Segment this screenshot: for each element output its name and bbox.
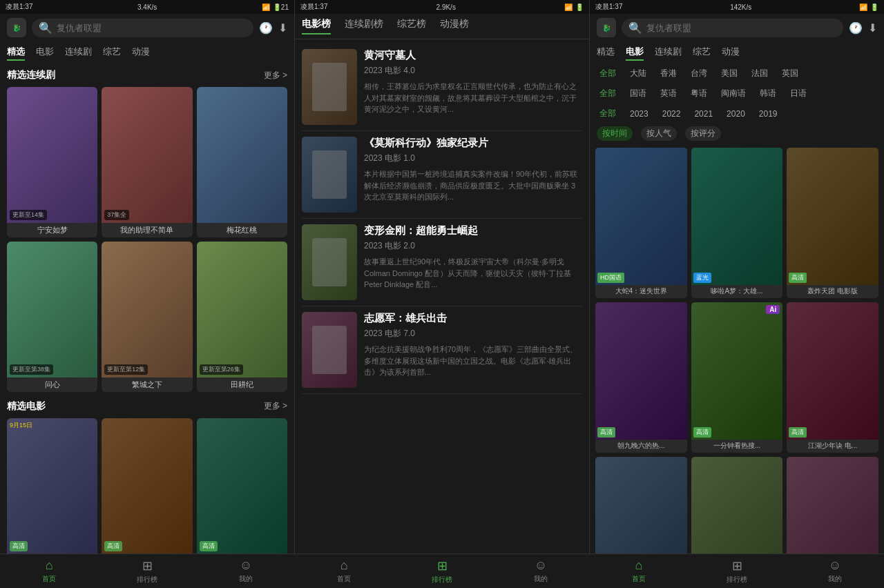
mine-icon-mid: ☺ [535, 558, 547, 573]
filter-all-3[interactable]: 全部 [595, 106, 620, 121]
grid-title-4: 一分钟看热搜... [691, 440, 783, 453]
movie-card-2[interactable]: 高清 地师传人 [197, 418, 287, 569]
tab-zongyi[interactable]: 综艺 [103, 44, 121, 61]
search-input-right[interactable] [646, 23, 836, 33]
drama-img-4: 更新至第12集 [102, 242, 192, 378]
grid-title-2: 轰炸天团 电影版 [787, 285, 878, 298]
sort-popularity[interactable]: 按人气 [641, 126, 677, 141]
filter-english[interactable]: 英语 [656, 86, 681, 101]
search-wrap-left[interactable]: 🔍 [32, 19, 253, 37]
nav-mine-mid[interactable]: ☺ 我的 [492, 554, 590, 588]
drama-badge-5: 更新至第26集 [200, 364, 243, 375]
nav-home-right[interactable]: ⌂ 首页 [590, 554, 688, 588]
grid-card-0[interactable]: HD国语 大蛇4：迷失世界 [595, 148, 687, 298]
list-item-0[interactable]: 黄河守墓人 2023 电影 4.0 相传，王莽篡位后为求皇权名正言顺世代传承，也… [302, 43, 582, 131]
more-movie[interactable]: 更多 > [264, 400, 287, 412]
filter-fr[interactable]: 法国 [747, 66, 772, 81]
movie-card-1[interactable]: 高清 黄河守墓人 [102, 418, 192, 569]
drama-img-2 [197, 87, 287, 223]
search-wrap-right[interactable]: 🔍 [622, 19, 843, 37]
nav-home-left[interactable]: ⌂ 首页 [0, 554, 98, 588]
download-icon-left[interactable]: ⬇ [278, 21, 287, 35]
search-input-left[interactable] [57, 23, 247, 33]
avatar-right[interactable]: 🐉 [597, 18, 616, 37]
filter-all-1[interactable]: 全部 [595, 66, 620, 81]
icons-mid: 📶 🔋 [564, 3, 584, 11]
avatar-left[interactable]: 🐉 [7, 18, 26, 37]
left-content: 精选连续剧 更多 > 更新至14集 宁安如梦 37集全 我的助理不简单 梅花红桃 [0, 63, 294, 588]
grid-card-4[interactable]: Ai 高清 一分钟看热搜... [691, 302, 783, 453]
filter-minnan[interactable]: 闽南语 [717, 86, 750, 101]
list-item-1[interactable]: 《莫斯科行动》独家纪录片 2023 电影 1.0 本片根据中国第一桩跨境追捕真实… [302, 131, 582, 219]
tab-dianying[interactable]: 电影 [36, 44, 54, 61]
drama-card-3[interactable]: 更新至第38集 问心 [7, 242, 97, 392]
filter-tw[interactable]: 台湾 [686, 66, 711, 81]
grid-card-5[interactable]: 高清 江湖少年诀 电... [787, 302, 878, 453]
drama-card-4[interactable]: 更新至第12集 繁城之下 [102, 242, 192, 392]
filter-us[interactable]: 美国 [717, 66, 742, 81]
movie-meta-2: 2023 电影 2.0 [364, 240, 582, 252]
history-icon-left[interactable]: 🕐 [259, 21, 273, 35]
tab-dongman-r[interactable]: 动漫 [722, 44, 740, 61]
filter-2019[interactable]: 2019 [755, 108, 782, 120]
tab-dongman[interactable]: 动漫 [132, 44, 150, 61]
filter-dalu[interactable]: 大陆 [626, 66, 651, 81]
grid-card-3[interactable]: 高清 朝九晚六的热... [595, 302, 687, 453]
middle-panel: 凌晨1:37 2.9K/s 📶 🔋 电影榜 连续剧榜 综艺榜 动漫榜 黄河守墓人… [295, 0, 590, 588]
home-icon-right: ⌂ [635, 558, 643, 573]
nav-rank-mid[interactable]: ⊞ 排行榜 [393, 554, 491, 588]
filter-japanese[interactable]: 日语 [786, 86, 811, 101]
filter-hk[interactable]: 香港 [656, 66, 681, 81]
bottom-nav-left: ⌂ 首页 ⊞ 排行榜 ☺ 我的 [0, 553, 295, 588]
filter-uk[interactable]: 英国 [778, 66, 803, 81]
nav-mine-left[interactable]: ☺ 我的 [197, 554, 295, 588]
drama-card-5[interactable]: 更新至第26集 田耕纪 [197, 242, 287, 392]
grid-badge-1: 蓝光 [693, 273, 711, 283]
list-item-2[interactable]: 变形金刚：超能勇士崛起 2023 电影 2.0 故事重返上世纪90年代，终极反派… [302, 219, 582, 306]
mine-icon-left: ☺ [240, 558, 252, 573]
nav-mine-right[interactable]: ☺ 我的 [786, 554, 884, 588]
grid-title-5: 江湖少年诀 电... [787, 440, 878, 453]
network-right: 142K/s [730, 3, 751, 11]
filter-2020[interactable]: 2020 [722, 108, 749, 120]
tab-dianying-r[interactable]: 电影 [626, 44, 644, 61]
filter-2022[interactable]: 2022 [658, 108, 685, 120]
drama-card-0[interactable]: 更新至14集 宁安如梦 [7, 87, 97, 237]
tab-zongyi-r[interactable]: 综艺 [693, 44, 711, 61]
filter-all-2[interactable]: 全部 [595, 86, 620, 101]
filter-korean[interactable]: 韩语 [756, 86, 780, 101]
tab-drama-rank[interactable]: 连续剧榜 [345, 18, 383, 35]
sort-row: 按时间 按人气 按评分 [590, 124, 884, 144]
time-left: 凌晨1:37 [6, 2, 32, 12]
movie-img-2: 高清 [197, 418, 287, 554]
movie-list: 黄河守墓人 2023 电影 4.0 相传，王莽篡位后为求皇权名正言顺世代传承，也… [295, 39, 589, 398]
tab-movie-rank[interactable]: 电影榜 [302, 18, 331, 35]
drama-card-1[interactable]: 37集全 我的助理不简单 [102, 87, 192, 237]
movie-card-0[interactable]: 9月15日 高清 鹦鹉杀 [7, 418, 97, 569]
drama-card-2[interactable]: 梅花红桃 [197, 87, 287, 237]
drama-title-5: 田耕纪 [197, 378, 287, 392]
tab-jingxuan[interactable]: 精选 [7, 44, 25, 61]
poster-2 [302, 224, 357, 300]
filter-cantonese[interactable]: 粤语 [686, 86, 711, 101]
tab-lianju[interactable]: 连续剧 [65, 44, 92, 61]
sort-time[interactable]: 按时间 [597, 126, 633, 141]
list-item-3[interactable]: 志愿军：雄兵出击 2023 电影 7.0 为纪念抗美援朝战争胜利70周年，《志愿… [302, 306, 582, 394]
filter-mandarin[interactable]: 国语 [626, 86, 651, 101]
grid-img-2: 高清 [787, 148, 878, 285]
nav-rank-right[interactable]: ⊞ 排行榜 [688, 554, 786, 588]
nav-home-mid[interactable]: ⌂ 首页 [295, 554, 393, 588]
tab-variety-rank[interactable]: 综艺榜 [397, 18, 426, 35]
nav-rank-left[interactable]: ⊞ 排行榜 [98, 554, 196, 588]
tab-anime-rank[interactable]: 动漫榜 [440, 18, 469, 35]
filter-2023[interactable]: 2023 [626, 108, 653, 120]
download-icon-right[interactable]: ⬇ [868, 21, 877, 35]
grid-card-1[interactable]: 蓝光 哆啦A梦：大雄... [691, 148, 783, 298]
tab-lianju-r[interactable]: 连续剧 [655, 44, 682, 61]
more-drama[interactable]: 更多 > [264, 70, 287, 81]
grid-card-2[interactable]: 高清 轰炸天团 电影版 [787, 148, 878, 298]
tab-jingxuan-r[interactable]: 精选 [597, 44, 615, 61]
filter-2021[interactable]: 2021 [690, 108, 717, 120]
history-icon-right[interactable]: 🕐 [849, 21, 863, 35]
sort-rating[interactable]: 按评分 [685, 126, 721, 141]
